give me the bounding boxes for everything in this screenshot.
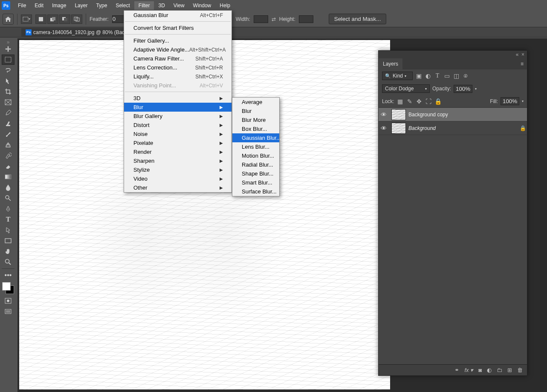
color-swatches[interactable] [2, 282, 14, 294]
blur-tool-icon[interactable] [2, 182, 14, 193]
menu-type[interactable]: Type [92, 1, 111, 10]
layer-kind-filter[interactable]: 🔍Kind▾ [382, 72, 413, 80]
lock-transparency-icon[interactable]: ▦ [397, 98, 404, 105]
blur-item-blur[interactable]: Blur [232, 107, 279, 115]
screen-mode-icon[interactable] [2, 306, 14, 317]
subtract-selection-icon[interactable] [59, 14, 70, 24]
type-tool-icon[interactable]: T [2, 214, 14, 225]
new-selection-icon[interactable] [35, 14, 46, 24]
panel-header[interactable]: « × [379, 51, 527, 58]
crop-tool-icon[interactable] [2, 86, 14, 97]
layer-thumbnail[interactable] [391, 123, 406, 134]
group-icon[interactable]: 🗀 [497, 367, 502, 373]
blur-item-average[interactable]: Average [232, 98, 279, 107]
zoom-tool-icon[interactable] [2, 257, 14, 267]
filter-group-other[interactable]: Other▶ [124, 183, 232, 192]
menu-layer[interactable]: Layer [70, 1, 92, 10]
collapse-icon[interactable]: « [516, 52, 519, 58]
quick-mask-icon[interactable] [2, 296, 14, 306]
marquee-tool-icon[interactable] [2, 55, 14, 65]
blur-item-gaussian-blur[interactable]: Gaussian Blur... [232, 133, 279, 142]
blur-item-lens-blur[interactable]: Lens Blur... [232, 142, 279, 151]
hand-tool-icon[interactable] [2, 246, 14, 257]
filter-shape-icon[interactable]: ▭ [443, 72, 450, 79]
blur-item-radial-blur[interactable]: Radial Blur... [232, 160, 279, 169]
layer-fx-icon[interactable]: fx ▾ [464, 367, 473, 373]
edit-toolbar-icon[interactable]: ••• [2, 270, 14, 280]
filter-lens-correction[interactable]: Lens Correction...Shift+Ctrl+R [124, 63, 232, 72]
filter-last[interactable]: Gaussian Blur Alt+Ctrl+F [124, 11, 232, 20]
blend-mode-select[interactable]: Color Dodge▾ [382, 84, 430, 93]
lock-all-icon[interactable]: 🔒 [434, 98, 441, 105]
quick-select-tool-icon[interactable] [2, 76, 14, 86]
menu-filter[interactable]: Filter [134, 1, 154, 10]
filter-group-blur[interactable]: Blur▶ [124, 103, 232, 112]
menu-edit[interactable]: Edit [30, 1, 48, 10]
filter-group-distort[interactable]: Distort▶ [124, 121, 232, 130]
frame-tool-icon[interactable] [2, 97, 14, 107]
filter-group-render[interactable]: Render▶ [124, 147, 232, 156]
visibility-icon[interactable]: 👁 [379, 125, 389, 132]
blur-item-surface-blur[interactable]: Surface Blur... [232, 187, 279, 196]
menu-window[interactable]: Window [189, 1, 216, 10]
fill-input[interactable] [501, 97, 519, 105]
new-layer-icon[interactable]: ⊞ [507, 367, 512, 373]
close-icon[interactable]: × [521, 52, 524, 58]
filter-toggle-icon[interactable]: ⦿ [462, 74, 469, 78]
delete-layer-icon[interactable]: 🗑 [517, 367, 523, 373]
height-input[interactable] [299, 15, 313, 23]
brush-tool-icon[interactable] [2, 129, 14, 139]
select-and-mask-button[interactable]: Select and Mask... [329, 14, 387, 24]
pen-tool-icon[interactable] [2, 204, 14, 214]
blur-item-motion-blur[interactable]: Motion Blur... [232, 151, 279, 160]
filter-group-noise[interactable]: Noise▶ [124, 130, 232, 138]
layer-mask-icon[interactable]: ◙ [478, 367, 482, 373]
filter-group-sharpen[interactable]: Sharpen▶ [124, 156, 232, 165]
dodge-tool-icon[interactable] [2, 193, 14, 203]
intersect-selection-icon[interactable] [71, 14, 82, 24]
move-tool-icon[interactable] [2, 44, 14, 54]
visibility-icon[interactable]: 👁 [379, 111, 389, 118]
lock-pixels-icon[interactable]: ✎ [406, 98, 413, 105]
eyedropper-tool-icon[interactable] [2, 108, 14, 118]
menu-select[interactable]: Select [111, 1, 134, 10]
blur-item-shape-blur[interactable]: Shape Blur... [232, 169, 279, 178]
filter-gallery[interactable]: Filter Gallery... [124, 36, 232, 45]
menu-help[interactable]: Help [215, 1, 234, 10]
layer-thumbnail[interactable] [391, 109, 406, 120]
blur-item-blur-more[interactable]: Blur More [232, 115, 279, 124]
lasso-tool-icon[interactable] [2, 65, 14, 75]
add-selection-icon[interactable] [47, 14, 58, 24]
foreground-color-swatch[interactable] [2, 282, 11, 291]
history-brush-tool-icon[interactable] [2, 150, 14, 161]
path-select-tool-icon[interactable] [2, 225, 14, 235]
opacity-input[interactable] [454, 85, 472, 93]
blur-item-box-blur[interactable]: Box Blur... [232, 124, 279, 133]
home-icon[interactable] [3, 14, 14, 25]
lock-position-icon[interactable]: ✥ [416, 98, 423, 105]
filter-smart-icon[interactable]: ◫ [453, 72, 460, 79]
filter-group-blur-gallery[interactable]: Blur Gallery▶ [124, 112, 232, 121]
rectangle-tool-icon[interactable] [2, 236, 14, 246]
filter-group-video[interactable]: Video▶ [124, 174, 232, 183]
menu-3d[interactable]: 3D [154, 1, 169, 10]
panel-menu-icon[interactable]: ≡ [517, 58, 527, 69]
toolbox-grip[interactable]: » [0, 39, 16, 43]
filter-convert-smart[interactable]: Convert for Smart Filters [124, 23, 232, 32]
lock-artboard-icon[interactable]: ⛶ [425, 98, 432, 105]
filter-camera-raw[interactable]: Camera Raw Filter...Shift+Ctrl+A [124, 54, 232, 63]
layer-row[interactable]: 👁Background🔒 [379, 121, 527, 135]
layer-row[interactable]: 👁Background copy [379, 108, 527, 121]
document-tab[interactable]: Ps camera-1840054_1920.jpg @ 80% (Backgr… [21, 28, 140, 37]
menu-file[interactable]: File [14, 1, 30, 10]
filter-group-stylize[interactable]: Stylize▶ [124, 165, 232, 174]
menu-view[interactable]: View [169, 1, 189, 10]
adjustment-layer-icon[interactable]: ◐ [487, 367, 492, 373]
tab-layers[interactable]: Layers [379, 58, 402, 69]
filter-liquify[interactable]: Liquify...Shift+Ctrl+X [124, 72, 232, 81]
filter-group-3d[interactable]: 3D▶ [124, 94, 232, 103]
blur-item-smart-blur[interactable]: Smart Blur... [232, 178, 279, 187]
filter-adjust-icon[interactable]: ◐ [425, 72, 431, 79]
marquee-preset[interactable]: ▾ [21, 14, 32, 24]
healing-brush-tool-icon[interactable] [2, 118, 14, 129]
